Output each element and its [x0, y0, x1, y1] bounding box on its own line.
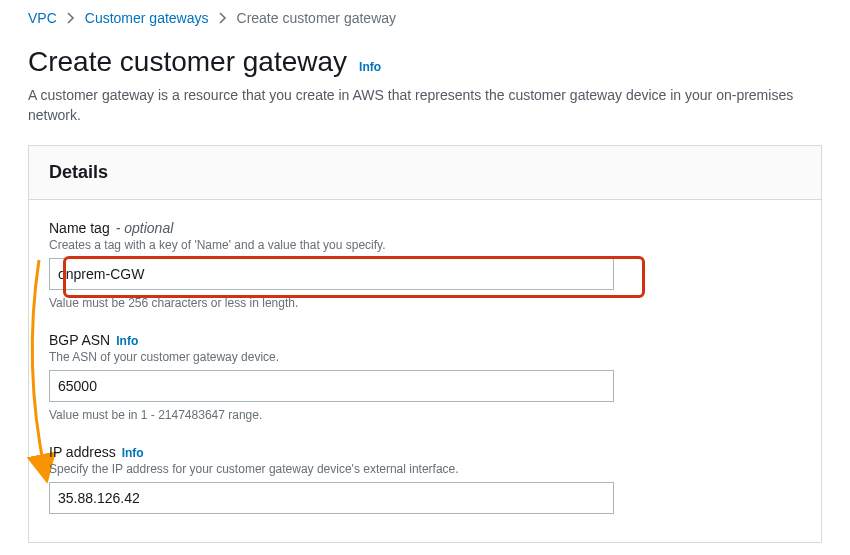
- chevron-right-icon: [219, 12, 227, 24]
- breadcrumb-vpc[interactable]: VPC: [28, 10, 57, 26]
- ip-address-label: IP address: [49, 444, 116, 460]
- panel-header: Details: [29, 146, 821, 200]
- field-bgp-asn: BGP ASN Info The ASN of your customer ga…: [49, 332, 801, 422]
- field-name-tag: Name tag optional Creates a tag with a k…: [49, 220, 801, 310]
- breadcrumb-customer-gateways[interactable]: Customer gateways: [85, 10, 209, 26]
- page-info-link[interactable]: Info: [359, 60, 381, 74]
- ip-address-info-link[interactable]: Info: [122, 446, 144, 460]
- panel-body: Name tag optional Creates a tag with a k…: [29, 200, 821, 542]
- details-panel: Details Name tag optional Creates a tag …: [28, 145, 822, 543]
- bgp-asn-info-link[interactable]: Info: [116, 334, 138, 348]
- bgp-asn-input[interactable]: [49, 370, 614, 402]
- name-tag-subtext: Creates a tag with a key of 'Name' and a…: [49, 238, 801, 252]
- name-tag-helper: Value must be 256 characters or less in …: [49, 296, 801, 310]
- name-tag-label-row: Name tag optional: [49, 220, 801, 236]
- field-ip-address: IP address Info Specify the IP address f…: [49, 444, 801, 514]
- ip-address-input[interactable]: [49, 482, 614, 514]
- bgp-asn-label-row: BGP ASN Info: [49, 332, 801, 348]
- breadcrumb-current: Create customer gateway: [237, 10, 397, 26]
- ip-address-subtext: Specify the IP address for your customer…: [49, 462, 801, 476]
- page-title-row: Create customer gateway Info: [28, 46, 822, 78]
- name-tag-input[interactable]: [49, 258, 614, 290]
- name-tag-optional: optional: [116, 220, 174, 236]
- chevron-right-icon: [67, 12, 75, 24]
- page-title: Create customer gateway: [28, 46, 347, 78]
- name-tag-label: Name tag: [49, 220, 110, 236]
- page-description: A customer gateway is a resource that yo…: [28, 86, 822, 125]
- breadcrumb: VPC Customer gateways Create customer ga…: [28, 8, 822, 46]
- bgp-asn-subtext: The ASN of your customer gateway device.: [49, 350, 801, 364]
- bgp-asn-helper: Value must be in 1 - 2147483647 range.: [49, 408, 801, 422]
- bgp-asn-label: BGP ASN: [49, 332, 110, 348]
- ip-address-label-row: IP address Info: [49, 444, 801, 460]
